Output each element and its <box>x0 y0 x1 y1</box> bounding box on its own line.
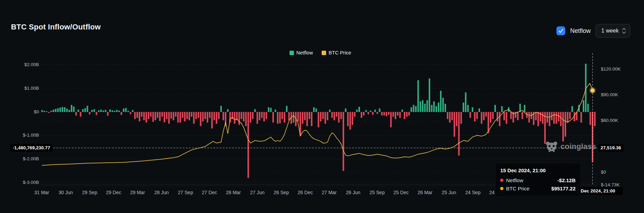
netflow-bar <box>85 108 86 112</box>
netflow-bar <box>461 112 462 124</box>
btc-price-marker-icon <box>500 187 503 190</box>
x-axis-label: 26 Dec <box>298 190 313 195</box>
netflow-bar <box>343 112 344 171</box>
netflow-bar <box>424 104 426 112</box>
netflow-bar <box>445 104 446 112</box>
netflow-bar <box>250 112 251 123</box>
netflow-bar <box>114 111 115 112</box>
netflow-bar <box>467 105 468 112</box>
x-axis-label: 25 Dec <box>394 190 409 195</box>
netflow-bar <box>417 80 419 112</box>
netflow-checkbox-label[interactable]: Netflow <box>570 27 591 35</box>
netflow-bar <box>127 111 129 112</box>
netflow-bar <box>397 112 398 115</box>
netflow-bar <box>218 112 219 119</box>
netflow-bar <box>374 110 376 112</box>
netflow-bar <box>109 109 111 112</box>
x-axis-label: 27 Sep <box>178 190 193 195</box>
netflow-bar <box>170 112 172 118</box>
netflow-bar <box>177 112 179 123</box>
netflow-bar <box>560 112 562 126</box>
netflow-bar <box>476 112 478 119</box>
netflow-bar <box>182 112 183 118</box>
legend-item-netflow[interactable]: Netflow <box>289 50 313 55</box>
y-axis-left-label: $-2.00B <box>23 156 39 161</box>
netflow-bar <box>157 112 158 118</box>
netflow-bar <box>438 102 439 112</box>
netflow-bar <box>166 112 167 119</box>
netflow-bar <box>293 112 294 123</box>
x-axis-label: 30 Jun <box>59 190 73 195</box>
netflow-bar <box>302 112 303 124</box>
netflow-bar <box>408 112 410 115</box>
netflow-bar <box>440 91 441 112</box>
netflow-bar <box>474 112 475 122</box>
netflow-bar <box>270 108 271 112</box>
netflow-bar <box>277 112 278 124</box>
netflow-bar <box>57 108 59 112</box>
netflow-bar <box>379 109 380 112</box>
netflow-bar <box>105 110 106 112</box>
y-axis-left-label: $1.00B <box>24 86 39 91</box>
y-axis-left-label: $-1.00B <box>23 133 39 138</box>
tooltip-row-btc-price: BTC Price $95177.22 <box>500 186 576 191</box>
x-axis-label: 26 Jun <box>346 190 360 195</box>
netflow-bar <box>98 110 99 112</box>
netflow-bar <box>395 112 396 119</box>
netflow-bar <box>53 110 54 112</box>
netflow-bar <box>524 105 525 112</box>
netflow-bar <box>420 101 421 112</box>
netflow-bar <box>148 112 149 119</box>
netflow-bar <box>143 112 145 120</box>
netflow-bar <box>245 112 247 126</box>
netflow-bar <box>324 112 326 124</box>
btc-price-line <box>42 83 593 165</box>
netflow-bar <box>553 112 555 124</box>
netflow-bar <box>320 112 321 122</box>
netflow-bar <box>118 111 120 112</box>
netflow-bar <box>200 112 201 126</box>
x-axis-label: 26 Sep <box>274 190 289 195</box>
checkmark-icon <box>558 28 564 34</box>
netflow-bar <box>426 100 428 112</box>
netflow-bar <box>297 112 299 122</box>
netflow-bar <box>309 112 310 119</box>
netflow-bar <box>60 108 61 112</box>
netflow-bar <box>556 112 557 124</box>
legend-item-btc-price[interactable]: BTC Price <box>322 50 351 55</box>
netflow-bar <box>132 110 133 112</box>
netflow-bar <box>481 112 482 124</box>
netflow-bar <box>562 112 564 141</box>
netflow-bar <box>150 112 152 117</box>
netflow-bar <box>569 112 570 119</box>
netflow-bar <box>239 112 240 125</box>
interval-dropdown[interactable]: 1 week <box>595 24 630 38</box>
netflow-bar <box>211 112 212 128</box>
netflow-bar <box>159 112 160 121</box>
netflow-bar <box>202 112 204 122</box>
netflow-bar <box>510 112 512 119</box>
y-axis-right-label: $60.00K <box>601 118 618 123</box>
x-axis-label: 29 Mar <box>130 190 145 195</box>
netflow-bar <box>48 112 50 113</box>
netflow-bar <box>322 112 324 119</box>
netflow-bar <box>189 112 190 120</box>
netflow-bar <box>340 112 342 119</box>
x-axis-label: 24 Sep <box>465 190 481 195</box>
netflow-bar <box>327 112 328 120</box>
netflow-bar <box>447 112 448 119</box>
netflow-bar <box>558 112 559 122</box>
netflow-checkbox[interactable] <box>556 26 565 35</box>
netflow-bar <box>454 112 455 137</box>
netflow-bar <box>494 105 496 112</box>
netflow-bar <box>580 112 582 123</box>
netflow-bar <box>304 112 306 120</box>
netflow-bar <box>361 112 362 118</box>
chevron-up-down-icon <box>622 28 626 34</box>
netflow-bar <box>168 112 170 124</box>
netflow-bar <box>372 112 373 115</box>
netflow-bar <box>472 107 473 112</box>
netflow-bar <box>345 109 346 112</box>
netflow-bar <box>519 104 521 112</box>
netflow-bar <box>546 112 548 123</box>
